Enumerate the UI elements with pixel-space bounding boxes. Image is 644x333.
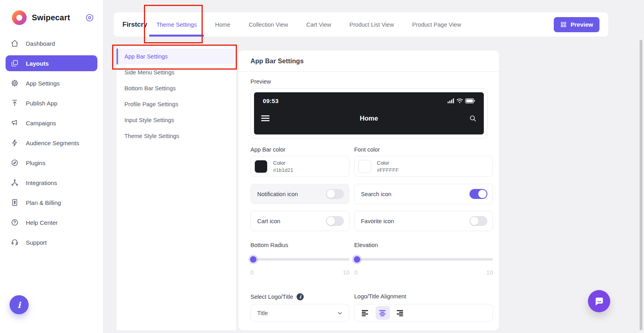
gear-icon [11,79,19,87]
view-tabs: Theme Settings Home Collection View Cart… [147,12,470,37]
slider-minmax-row: 010 010 [250,263,493,276]
align-right-icon [397,310,404,316]
toggle-label: Notification icon [257,191,298,197]
menu-item-label: Profile Page Settings [124,101,178,107]
chevron-down-icon [337,310,343,316]
menu-item-app-bar-settings[interactable]: App Bar Settings [116,49,236,64]
sidebar-collapse-button[interactable] [85,13,94,22]
app-bar-color-label: App Bar color [250,146,349,153]
panel-title: App Bar Settings [239,51,499,72]
sidebar-item-campaigns[interactable]: Campaigns [6,115,97,131]
logo-title-controls-row: Title [250,300,493,322]
plugin-icon [11,159,19,167]
search-icon-toggle[interactable] [469,189,487,199]
signal-icon [448,98,454,103]
slider-thumb[interactable] [250,256,256,263]
info-fab-button[interactable]: i [10,295,29,314]
menu-item-label: Bottom Bar Settings [124,85,176,92]
megaphone-icon [11,119,19,127]
sidebar-item-plan-billing[interactable]: Plan & Billing [6,195,97,210]
menu-item-side-menu-settings[interactable]: Side Menu Settings [116,64,236,80]
sidebar-item-plugins[interactable]: Plugins [6,155,97,171]
tab-theme-settings[interactable]: Theme Settings [147,12,206,37]
cart-icon-setting: Cart icon [250,211,349,231]
menu-item-bottom-bar-settings[interactable]: Bottom Bar Settings [116,80,236,96]
align-center-button[interactable] [376,306,390,320]
billing-icon [11,199,19,206]
phone-status-bar: 09:53 [254,92,484,104]
elevation-slider[interactable] [354,256,493,263]
color-cards-row: Color #1b1d21 Color #FFFFFF [250,153,493,177]
info-fab-label: i [17,300,21,310]
sidebar-item-dashboard[interactable]: Dashboard [6,35,97,51]
tab-collection-view[interactable]: Collection View [240,12,297,37]
publish-icon [11,99,19,107]
swipecart-logo [12,10,27,25]
tab-label: Collection View [249,21,288,28]
bottom-radius-label: Bottom Radius [250,242,349,248]
cart-icon-toggle[interactable] [326,216,344,226]
sidebar-item-label: App Settings [26,80,60,87]
app-bar-color-picker[interactable]: Color #1b1d21 [250,156,349,177]
tab-cart-view[interactable]: Cart View [297,12,341,37]
font-color-swatch [358,160,371,173]
tab-label: Product Page View [412,21,461,28]
logo-title-selected-value: Title [257,310,268,316]
sidebar-item-audience-segments[interactable]: Audience Segments [6,135,97,151]
sidebar-item-integrations[interactable]: Integrations [6,175,97,191]
lightning-icon [11,139,19,147]
app-bar-settings-panel: App Bar Settings Preview 09:53 Home [239,51,499,330]
logo-title-alignment-label: Logo/Title Alignment [354,293,493,300]
support-headset-icon [11,238,19,246]
preview-button-label: Preview [570,21,593,28]
menu-item-label: App Bar Settings [124,53,168,60]
info-icon[interactable]: i [297,293,304,300]
chat-fab-button[interactable] [588,290,610,312]
color-field-name: Color [273,160,293,167]
sidebar-item-help-center[interactable]: Help Center [6,214,97,230]
sidebar-item-label: Help Center [26,219,58,226]
slider-max: 10 [486,269,493,276]
tab-home[interactable]: Home [206,12,240,37]
sidebar-item-label: Campaigns [26,120,56,127]
notification-icon-toggle[interactable] [326,189,344,199]
sidebar-item-support[interactable]: Support [6,234,97,250]
bottom-radius-slider[interactable] [250,256,349,263]
sidebar-item-label: Audience Segments [26,140,79,146]
menu-item-profile-page-settings[interactable]: Profile Page Settings [116,96,236,112]
preview-button[interactable]: Preview [554,17,599,32]
toggle-label: Cart icon [257,218,280,224]
align-left-button[interactable] [358,306,372,320]
menu-item-theme-style-settings[interactable]: Theme Style Settings [116,128,236,144]
align-right-button[interactable] [393,306,407,320]
font-color-value: #FFFFFF [377,167,399,173]
logo-title-select[interactable]: Title [250,304,349,322]
tab-product-list-view[interactable]: Product List View [340,12,403,37]
toggle-label: Search icon [361,191,392,197]
menu-item-label: Input Style Settings [124,117,174,123]
sidebar: Swipecart Dashboard Layouts App Settings… [0,0,103,333]
slider-max: 10 [343,269,349,276]
menu-item-label: Theme Style Settings [124,133,179,139]
phone-app-bar-preview: 09:53 Home [254,92,484,134]
brand-row: Swipecart [0,0,103,25]
page-scrollbar[interactable] [640,40,642,330]
store-name: Firstcry [122,21,147,29]
favorite-icon-toggle[interactable] [469,216,487,226]
chat-bubble-icon [594,296,605,307]
slider-labels-row: Bottom Radius Elevation [250,242,493,248]
sidebar-item-label: Dashboard [26,40,55,47]
font-color-picker[interactable]: Color #FFFFFF [354,156,493,177]
brand-name: Swipecart [32,13,70,22]
tab-product-page-view[interactable]: Product Page View [403,12,470,37]
panel-body: Preview 09:53 Home App Ba [239,72,499,322]
app-bar-color-value: #1b1d21 [273,167,293,173]
sidebar-item-layouts[interactable]: Layouts [6,55,97,71]
slider-thumb[interactable] [354,256,360,263]
integrations-icon [11,179,19,187]
sidebar-item-app-settings[interactable]: App Settings [6,75,97,91]
sidebar-item-publish-app[interactable]: Publish App [6,95,97,111]
sidebar-item-label: Integrations [26,179,57,186]
sidebar-item-label: Plugins [26,160,45,166]
menu-item-input-style-settings[interactable]: Input Style Settings [116,112,236,128]
